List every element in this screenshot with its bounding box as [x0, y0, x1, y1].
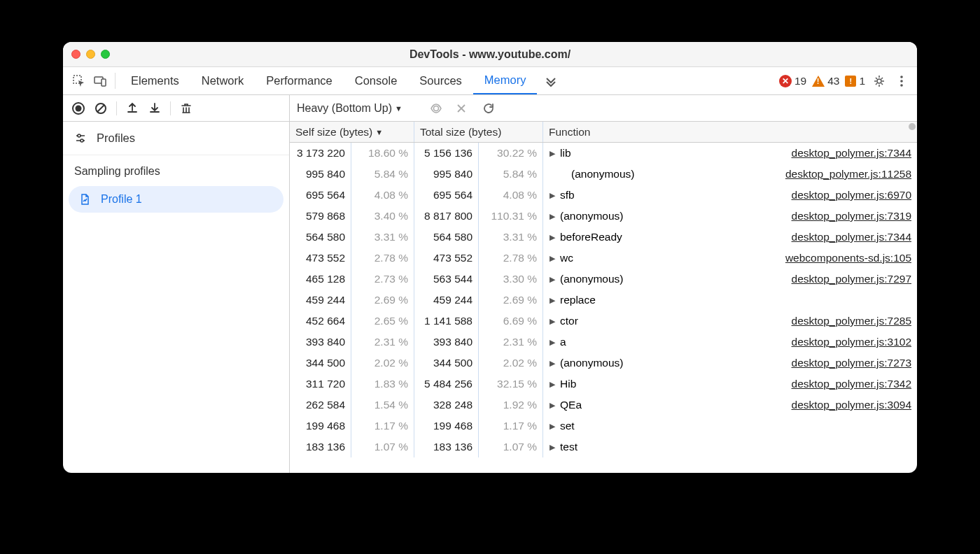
expand-icon[interactable]: ▶	[549, 149, 556, 158]
table-row[interactable]: 473 5522.78 %473 5522.78 %▶wcwebcomponen…	[290, 248, 917, 269]
table-header: Self size (bytes) ▼ Total size (bytes) F…	[290, 122, 917, 143]
devtools-window: DevTools - www.youtube.com/ Elements Net…	[63, 42, 917, 473]
scrollbar[interactable]	[907, 122, 917, 473]
expand-icon[interactable]: ▶	[549, 296, 556, 305]
exclude-icon[interactable]	[456, 103, 472, 114]
svg-point-5	[900, 80, 903, 83]
table-row[interactable]: 695 5644.08 %695 5644.08 %▶sfbdesktop_po…	[290, 185, 917, 206]
tab-console[interactable]: Console	[344, 67, 409, 94]
expand-icon[interactable]: ▶	[549, 233, 556, 242]
col-function[interactable]: Function	[543, 122, 917, 142]
profile-table: Self size (bytes) ▼ Total size (bytes) F…	[290, 122, 917, 473]
function-name: (anonymous)	[560, 210, 623, 222]
svg-point-12	[78, 134, 80, 137]
issues-badge[interactable]: !1	[845, 75, 865, 87]
profile-toolbar: Heavy (Bottom Up) ▼	[290, 95, 917, 122]
collect-garbage-icon[interactable]	[176, 99, 196, 118]
titlebar: DevTools - www.youtube.com/	[63, 42, 917, 67]
tab-memory[interactable]: Memory	[473, 67, 538, 94]
focus-icon[interactable]	[429, 101, 446, 115]
source-link[interactable]: desktop_polymer.js:7273	[792, 357, 911, 369]
save-profile-icon[interactable]	[145, 99, 164, 118]
record-icon[interactable]	[69, 99, 88, 118]
expand-icon[interactable]: ▶	[549, 359, 556, 368]
reset-icon[interactable]	[482, 102, 499, 115]
tab-sources[interactable]: Sources	[408, 67, 473, 94]
function-name: (anonymous)	[560, 357, 623, 369]
source-link[interactable]: desktop_polymer.js:7285	[792, 315, 911, 327]
source-link[interactable]: desktop_polymer.js:11258	[785, 168, 911, 180]
svg-point-6	[900, 84, 903, 87]
source-link[interactable]: desktop_polymer.js:3094	[792, 399, 911, 411]
function-name: (anonymous)	[571, 168, 634, 180]
table-row[interactable]: 995 8405.84 %995 8405.84 %▶(anonymous)de…	[290, 164, 917, 185]
table-row[interactable]: 311 7201.83 %5 484 25632.15 %▶Hibdesktop…	[290, 374, 917, 395]
errors-badge[interactable]: ✕19	[779, 75, 806, 87]
table-row[interactable]: 459 2442.69 %459 2442.69 %▶replace	[290, 290, 917, 311]
inspect-element-icon[interactable]	[69, 67, 90, 94]
table-row[interactable]: 579 8683.40 %8 817 800110.31 %▶(anonymou…	[290, 206, 917, 227]
load-profile-icon[interactable]	[122, 99, 142, 118]
table-row[interactable]: 465 1282.73 %563 5443.30 %▶(anonymous)de…	[290, 269, 917, 290]
source-link[interactable]: desktop_polymer.js:3102	[792, 336, 911, 348]
col-total-size[interactable]: Total size (bytes)	[414, 122, 543, 142]
device-toggle-icon[interactable]	[90, 67, 111, 94]
profile-item-1[interactable]: Profile 1	[69, 186, 284, 213]
sidebar-toolbar	[63, 95, 289, 122]
table-row[interactable]: 393 8402.31 %393 8402.31 %▶adesktop_poly…	[290, 332, 917, 353]
clear-icon[interactable]	[91, 99, 111, 118]
table-row[interactable]: 262 5841.54 %328 2481.92 %▶QEadesktop_po…	[290, 395, 917, 416]
source-link[interactable]: desktop_polymer.js:7344	[792, 147, 911, 159]
sampling-profiles-group: Sampling profiles	[63, 155, 289, 185]
expand-icon[interactable]: ▶	[549, 317, 556, 326]
expand-icon[interactable]: ▶	[549, 275, 556, 284]
source-link[interactable]: desktop_polymer.js:7342	[792, 378, 911, 390]
tab-elements[interactable]: Elements	[120, 67, 190, 94]
close-window-button[interactable]	[71, 50, 80, 59]
function-name: sfb	[560, 189, 575, 201]
function-name: (anonymous)	[560, 273, 623, 285]
svg-point-8	[76, 105, 82, 111]
table-row[interactable]: 199 4681.17 %199 4681.17 %▶set	[290, 416, 917, 436]
function-name: Hib	[560, 378, 576, 390]
tab-performance[interactable]: Performance	[255, 67, 343, 94]
col-self-size[interactable]: Self size (bytes) ▼	[290, 122, 414, 142]
maximize-window-button[interactable]	[101, 50, 110, 59]
table-row[interactable]: 452 6642.65 %1 141 5886.69 %▶ctordesktop…	[290, 311, 917, 332]
source-link[interactable]: webcomponents-sd.js:105	[785, 252, 911, 264]
expand-icon[interactable]: ▶	[549, 212, 556, 221]
expand-icon[interactable]: ▶	[549, 191, 556, 200]
function-name: a	[560, 336, 566, 348]
function-name: replace	[560, 294, 596, 306]
tab-network[interactable]: Network	[190, 67, 255, 94]
expand-icon[interactable]: ▶	[549, 443, 556, 452]
settings-icon[interactable]	[871, 74, 888, 88]
source-link[interactable]: desktop_polymer.js:7297	[792, 273, 911, 285]
source-link[interactable]: desktop_polymer.js:7319	[792, 210, 911, 222]
right-controls: ✕19 43 !1	[779, 67, 917, 94]
expand-icon[interactable]: ▶	[549, 401, 556, 410]
table-row[interactable]: 344 5002.02 %344 5002.02 %▶(anonymous)de…	[290, 353, 917, 374]
minimize-window-button[interactable]	[86, 50, 95, 59]
expand-icon[interactable]: ▶	[549, 338, 556, 347]
expand-icon[interactable]: ▶	[549, 380, 556, 389]
expand-icon[interactable]: ▶	[549, 422, 556, 431]
more-tabs-button[interactable]	[537, 67, 565, 94]
kebab-menu-icon[interactable]	[893, 74, 910, 88]
content-area: Profiles Sampling profiles Profile 1 Hea…	[63, 95, 917, 473]
function-name: test	[560, 441, 578, 453]
function-name: lib	[560, 147, 571, 159]
expand-icon[interactable]: ▶	[549, 254, 556, 263]
warnings-badge[interactable]: 43	[812, 75, 839, 87]
table-row[interactable]: 564 5803.31 %564 5803.31 %▶beforeReadyde…	[290, 227, 917, 248]
window-title: DevTools - www.youtube.com/	[71, 48, 909, 61]
svg-line-10	[97, 105, 104, 112]
view-select[interactable]: Heavy (Bottom Up) ▼	[297, 102, 402, 115]
source-link[interactable]: desktop_polymer.js:6970	[792, 189, 911, 201]
svg-point-3	[877, 79, 881, 83]
table-row[interactable]: 3 173 22018.60 %5 156 13630.22 %▶libdesk…	[290, 143, 917, 164]
source-link[interactable]: desktop_polymer.js:7344	[792, 231, 911, 243]
svg-point-14	[80, 139, 83, 142]
table-row[interactable]: 183 1361.07 %183 1361.07 %▶test	[290, 436, 917, 457]
profiles-section[interactable]: Profiles	[63, 122, 289, 155]
